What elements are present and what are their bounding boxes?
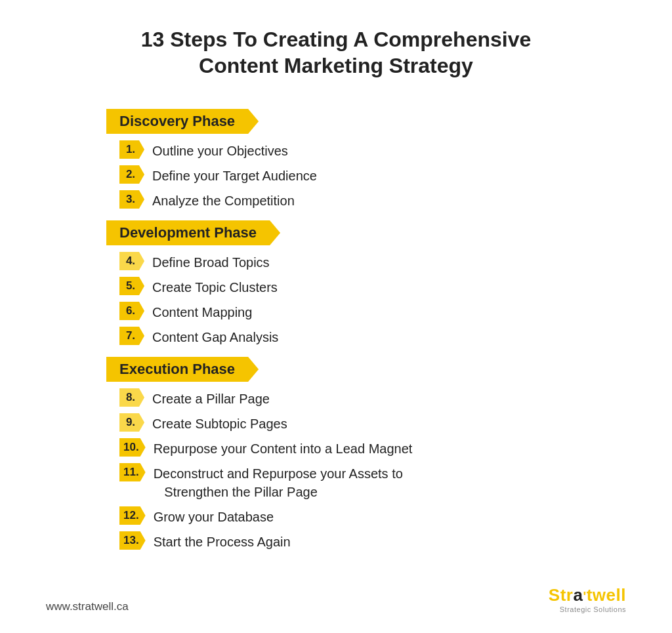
step-text-8: Create a Pillar Page xyxy=(152,388,270,408)
step-text-11: Deconstruct and Repurpose your Assets to… xyxy=(154,463,403,501)
development-phase-section: Development Phase 4. Define Broad Topics… xyxy=(106,220,566,346)
list-item: 8. Create a Pillar Page xyxy=(119,388,566,408)
list-item: 12. Grow your Database xyxy=(119,506,566,526)
development-phase-header: Development Phase xyxy=(106,220,280,245)
footer-url: www.stratwell.ca xyxy=(46,600,129,613)
brand-subtitle: Strategic Solutions xyxy=(549,605,626,613)
step-text-1: Outline your Objectives xyxy=(152,140,288,160)
step-text-10: Repurpose your Content into a Lead Magne… xyxy=(154,438,413,458)
execution-steps-list: 8. Create a Pillar Page 9. Create Subtop… xyxy=(106,388,566,551)
step-badge-4: 4. xyxy=(119,252,144,270)
discovery-phase-header: Discovery Phase xyxy=(106,109,259,134)
step-badge-1: 1. xyxy=(119,140,144,159)
list-item: 5. Create Topic Clusters xyxy=(119,277,566,296)
execution-phase-section: Execution Phase 8. Create a Pillar Page … xyxy=(106,357,566,551)
list-item: 10. Repurpose your Content into a Lead M… xyxy=(119,438,566,458)
discovery-steps-list: 1. Outline your Objectives 2. Define you… xyxy=(106,140,566,210)
step-text-2: Define your Target Audience xyxy=(152,165,317,185)
page-wrapper: 13 Steps To Creating A Comprehensive Con… xyxy=(0,0,672,633)
step-badge-6: 6. xyxy=(119,302,144,320)
list-item: 6. Content Mapping xyxy=(119,302,566,321)
discovery-phase-section: Discovery Phase 1. Outline your Objectiv… xyxy=(106,109,566,210)
list-item: 13. Start the Process Again xyxy=(119,531,566,551)
step-text-4: Define Broad Topics xyxy=(152,252,270,272)
list-item: 7. Content Gap Analysis xyxy=(119,327,566,346)
step-badge-7: 7. xyxy=(119,327,144,345)
list-item: 3. Analyze the Competition xyxy=(119,190,566,210)
step-text-13: Start the Process Again xyxy=(154,531,291,551)
step-badge-10: 10. xyxy=(119,438,146,457)
step-badge-5: 5. xyxy=(119,277,144,295)
step-badge-11: 11. xyxy=(119,463,146,481)
step-text-7: Content Gap Analysis xyxy=(152,327,278,346)
step-text-12: Grow your Database xyxy=(154,506,274,526)
step-text-3: Analyze the Competition xyxy=(152,190,295,210)
step-badge-12: 12. xyxy=(119,506,146,525)
development-steps-list: 4. Define Broad Topics 5. Create Topic C… xyxy=(106,252,566,346)
step-text-5: Create Topic Clusters xyxy=(152,277,278,296)
step-text-9: Create Subtopic Pages xyxy=(152,413,287,433)
footer: www.stratwell.ca Stra'twell Strategic So… xyxy=(39,585,633,613)
execution-phase-header: Execution Phase xyxy=(106,357,259,382)
list-item: 11. Deconstruct and Repurpose your Asset… xyxy=(119,463,566,501)
brand-name: Stra'twell xyxy=(549,585,626,605)
main-title: 13 Steps To Creating A Comprehensive Con… xyxy=(141,26,532,79)
step-badge-8: 8. xyxy=(119,388,144,407)
step-badge-3: 3. xyxy=(119,190,144,209)
list-item: 4. Define Broad Topics xyxy=(119,252,566,272)
brand-logo: Stra'twell Strategic Solutions xyxy=(549,585,626,613)
step-text-6: Content Mapping xyxy=(152,302,252,321)
step-badge-13: 13. xyxy=(119,531,146,550)
list-item: 1. Outline your Objectives xyxy=(119,140,566,160)
content-area: Discovery Phase 1. Outline your Objectiv… xyxy=(106,105,566,579)
step-badge-2: 2. xyxy=(119,165,144,184)
step-badge-9: 9. xyxy=(119,413,144,432)
list-item: 9. Create Subtopic Pages xyxy=(119,413,566,433)
list-item: 2. Define your Target Audience xyxy=(119,165,566,185)
